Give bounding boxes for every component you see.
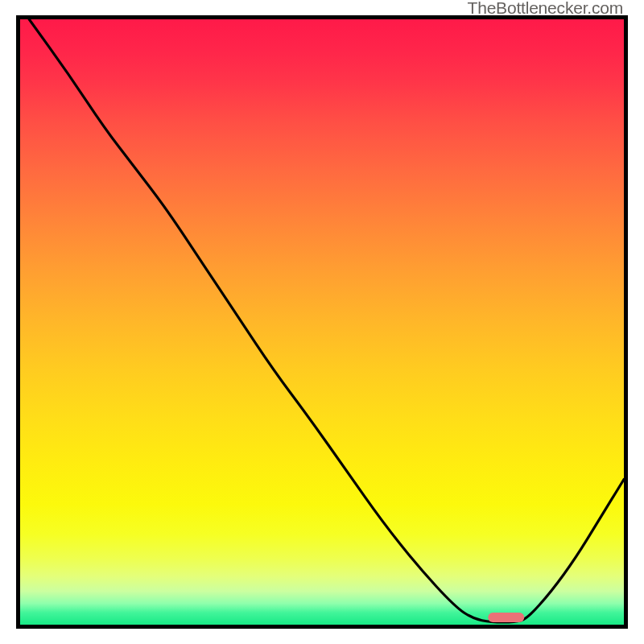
plot-frame bbox=[16, 15, 628, 629]
plot-curve-layer bbox=[20, 19, 624, 625]
bottleneck-curve bbox=[29, 19, 624, 622]
optimal-range-marker bbox=[488, 613, 524, 622]
